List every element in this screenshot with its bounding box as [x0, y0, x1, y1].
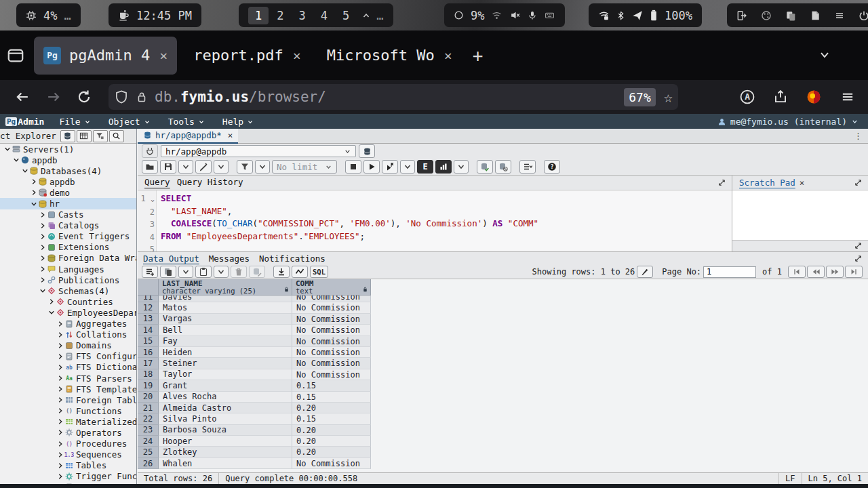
chevron-up-icon[interactable]: [361, 11, 371, 20]
sql-button[interactable]: SQL: [310, 266, 328, 278]
paste-button[interactable]: [195, 266, 212, 278]
cell-comm[interactable]: 0.15: [292, 413, 371, 424]
workspace-2[interactable]: 2: [270, 7, 290, 24]
expand-panel-icon[interactable]: [717, 178, 726, 187]
table-row[interactable]: 14BellNo Commission: [138, 325, 371, 336]
next-page-button[interactable]: [826, 266, 844, 278]
browser-tab-microsoft-wo[interactable]: Microsoft Wo×: [317, 37, 462, 75]
address-bar[interactable]: db.fymio.us/browser/ 67% ☆: [108, 84, 678, 110]
row-number[interactable]: 26: [138, 458, 159, 469]
filter-tree-button[interactable]: [93, 130, 108, 142]
collapse-caret-icon[interactable]: [29, 201, 38, 207]
cell-comm[interactable]: No Commission: [292, 314, 371, 325]
row-number[interactable]: 22: [138, 413, 159, 424]
expand-panel-icon[interactable]: [854, 241, 863, 250]
table-row[interactable]: 22Silva Pinto0.15: [138, 413, 371, 424]
cell-comm[interactable]: No Commission: [292, 302, 371, 313]
expand-caret-icon[interactable]: [38, 222, 47, 229]
paste-options-caret[interactable]: [214, 266, 229, 278]
lock-icon[interactable]: [136, 90, 148, 104]
save-file-button[interactable]: [160, 160, 176, 174]
tree-item-functions[interactable]: ()Functions: [0, 405, 136, 416]
table-row[interactable]: 25Zlotkey0.20: [138, 447, 371, 458]
tree-item-fts-parsers[interactable]: AaFTS Parsers: [0, 373, 136, 384]
panel-kebab-menu-icon[interactable]: ⋮: [854, 131, 863, 141]
commit-button[interactable]: [477, 160, 493, 174]
edit-options-caret[interactable]: [214, 160, 229, 174]
cell-last-name[interactable]: Whalen: [159, 458, 292, 469]
table-row[interactable]: 17SteinerNo Commission: [138, 358, 371, 369]
tree-item-operators[interactable]: Operators: [0, 427, 136, 438]
collapse-caret-icon[interactable]: [20, 167, 29, 174]
row-number[interactable]: 14: [138, 325, 159, 336]
cell-comm[interactable]: No Commission: [292, 296, 371, 302]
collapse-caret-icon[interactable]: [3, 146, 12, 152]
close-tab-icon[interactable]: ×: [228, 130, 233, 140]
tab-messages[interactable]: Messages: [209, 253, 250, 264]
workspace-4[interactable]: 4: [314, 7, 334, 24]
copy-page-icon[interactable]: [785, 10, 796, 21]
stop-button[interactable]: [345, 160, 361, 174]
expand-caret-icon[interactable]: [56, 375, 64, 382]
palette-icon[interactable]: [761, 10, 772, 21]
cell-last-name[interactable]: Almeida Castro: [159, 403, 292, 413]
row-number[interactable]: 18: [138, 369, 159, 380]
tree-item-procedures[interactable]: ()Procedures: [0, 439, 136, 449]
expand-caret-icon[interactable]: [56, 418, 64, 425]
row-number[interactable]: 23: [138, 425, 159, 436]
expand-caret-icon[interactable]: [38, 233, 47, 240]
expand-caret-icon[interactable]: [56, 396, 64, 403]
tab-data-output[interactable]: Data Output: [143, 253, 199, 264]
cell-comm[interactable]: 0.15: [292, 380, 371, 391]
row-number[interactable]: 19: [138, 380, 159, 391]
expand-panel-icon[interactable]: [854, 178, 863, 187]
tree-item-sequences[interactable]: 1.3Sequences: [0, 449, 136, 460]
column-header-last-name[interactable]: LAST_NAME character varying (25): [159, 279, 292, 296]
bluetooth-icon[interactable]: [616, 10, 625, 21]
new-tab-button[interactable]: +: [473, 45, 484, 66]
cell-last-name[interactable]: Alves Rocha: [159, 392, 292, 403]
cpu-indicator[interactable]: 4% …: [16, 3, 81, 27]
help-button[interactable]: ?: [544, 160, 560, 174]
forward-button[interactable]: [45, 89, 62, 104]
row-number[interactable]: 12: [138, 302, 159, 313]
power-icon[interactable]: [859, 10, 868, 21]
limit-select[interactable]: No limit: [272, 160, 337, 174]
row-number[interactable]: 13: [138, 314, 159, 325]
table-row[interactable]: 19Grant0.15: [138, 380, 371, 391]
expand-caret-icon[interactable]: [38, 244, 47, 251]
expand-caret-icon[interactable]: [56, 364, 64, 371]
execute-caret[interactable]: [400, 160, 415, 174]
cell-last-name[interactable]: Davies: [159, 296, 292, 302]
cell-last-name[interactable]: Zlotkey: [159, 447, 292, 458]
cell-comm[interactable]: 0.20: [292, 403, 371, 413]
tab-scratch-pad[interactable]: Scratch Pad: [739, 178, 795, 188]
tree-item-casts[interactable]: Casts: [0, 209, 136, 220]
app-menu-icon[interactable]: [840, 90, 856, 104]
expand-caret-icon[interactable]: [38, 255, 47, 262]
cell-comm[interactable]: No Commission: [292, 369, 371, 380]
previous-page-button[interactable]: [807, 266, 825, 278]
collapse-caret-icon[interactable]: [47, 309, 56, 316]
copy-button[interactable]: [160, 266, 176, 278]
microphone-icon[interactable]: [528, 10, 537, 20]
row-number[interactable]: 15: [138, 336, 159, 347]
cell-comm[interactable]: No Commission: [292, 347, 371, 358]
cell-comm[interactable]: No Commission: [292, 336, 371, 347]
tab-close-icon[interactable]: ×: [444, 47, 452, 64]
tree-item-collations[interactable]: Collations: [0, 329, 136, 340]
row-number[interactable]: 16: [138, 347, 159, 358]
tracking-shield-icon[interactable]: [114, 89, 129, 104]
grid-corner[interactable]: [138, 279, 159, 296]
execute-button[interactable]: [363, 160, 380, 174]
scratch-pad-textarea[interactable]: [732, 190, 868, 241]
close-scratch-pad-icon[interactable]: ×: [800, 178, 805, 188]
browser-tab-pgadmin-4[interactable]: PgpgAdmin 4×: [34, 37, 177, 75]
tab-notifications[interactable]: Notifications: [259, 253, 326, 264]
table-row[interactable]: 18TaylorNo Commission: [138, 369, 371, 380]
collapse-caret-icon[interactable]: [38, 287, 47, 294]
cell-comm[interactable]: No Commission: [292, 458, 371, 469]
add-row-button[interactable]: [142, 266, 158, 278]
tree-item-databases-4[interactable]: Databases(4): [0, 165, 136, 176]
table-row[interactable]: 24Hooper0.20: [138, 436, 371, 447]
